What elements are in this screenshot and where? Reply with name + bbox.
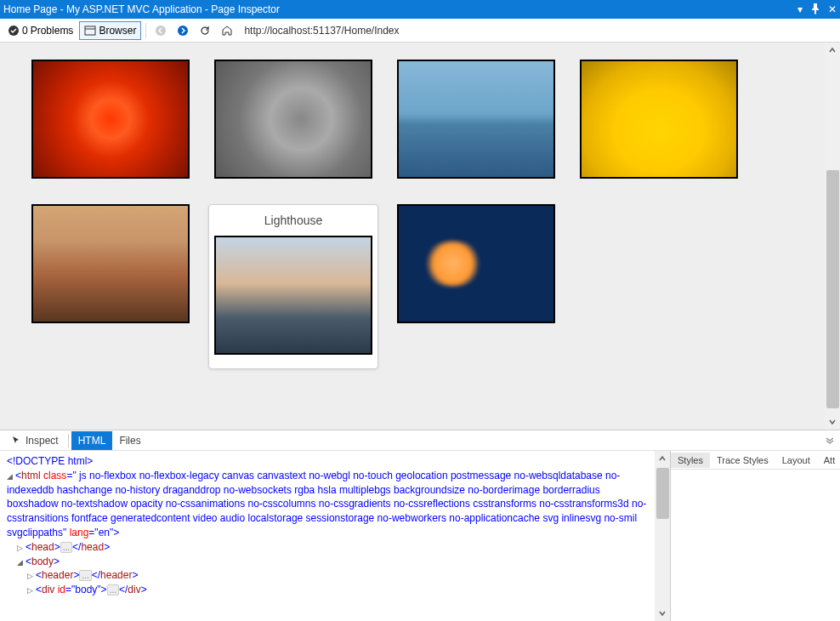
lighthouse-thumb[interactable]: Lighthouse [208,204,378,369]
html-scroll-up-icon[interactable] [655,451,670,466]
tab-styles[interactable]: Styles [671,453,710,468]
pin-icon[interactable] [809,3,821,17]
tab-layout[interactable]: Layout [775,453,817,468]
scroll-down-icon[interactable] [825,414,840,430]
tulips-thumb[interactable]: Tulips [574,60,744,179]
collapse-icon[interactable] [825,436,835,446]
panel-body: <!DOCTYPE html> ◢<html class=" js no-fle… [0,451,840,621]
code-html-tag: ◢<html class=" js no-flexbox no-flexbox-… [7,469,648,540]
browser-icon [84,25,96,37]
inspect-button[interactable]: Inspect [3,431,65,450]
svg-point-3 [156,26,166,36]
panel-tabs: Inspect HTML Files [0,430,840,451]
tab-trace-styles[interactable]: Trace Styles [710,453,775,468]
svg-point-4 [178,26,188,36]
browser-viewport: ChrysanthemumKoalaPenguinsTulipsDesertLi… [0,43,840,430]
close-icon[interactable]: ✕ [828,3,837,15]
thumb-image [31,204,190,323]
problems-count: 0 [22,25,28,37]
toolbar-separator [145,23,146,38]
photo-gallery: ChrysanthemumKoalaPenguinsTulipsDesertLi… [0,43,825,430]
cursor-icon [10,435,22,447]
thumb-image [214,60,372,179]
desert-thumb[interactable]: Desert [26,204,196,369]
title-bar: Home Page - My ASP.NET MVC Application -… [0,0,840,19]
styles-tabs: Styles Trace Styles Layout Att [671,451,840,470]
styles-pane: Styles Trace Styles Layout Att [670,451,840,621]
koala-thumb[interactable]: Koala [208,60,378,179]
svg-rect-1 [85,26,95,35]
html-scrollbar-thumb[interactable] [656,468,669,519]
html-scroll-down-icon[interactable] [655,606,670,621]
inspector-panel: Inspect HTML Files <!DOCTYPE html> ◢<htm… [0,430,840,621]
home-icon [221,25,233,37]
code-head-tag: ▷<head>...</head> [7,540,648,555]
penguins-thumb[interactable]: Penguins [391,60,561,179]
forward-icon [177,25,189,37]
chrysanthemum-thumb[interactable]: Chrysanthemum [26,60,196,179]
tab-separator [68,434,69,447]
styles-body [671,470,840,621]
thumb-image [397,204,555,323]
browser-label: Browser [99,25,136,37]
forward-button[interactable] [173,22,193,39]
browser-button[interactable]: Browser [79,21,141,40]
problems-label: Problems [31,25,74,37]
scroll-up-icon[interactable] [825,43,840,58]
jellyfish-thumb[interactable]: Jellyfish [391,204,561,369]
vertical-scrollbar[interactable] [825,43,840,430]
tab-files[interactable]: Files [112,431,147,450]
tab-html[interactable]: HTML [71,431,113,450]
code-body-tag: ◢<body> [7,555,648,569]
html-source-pane: <!DOCTYPE html> ◢<html class=" js no-fle… [0,451,670,621]
back-button[interactable] [150,22,171,39]
window-title: Home Page - My ASP.NET MVC Application -… [3,3,797,15]
address-bar[interactable] [239,22,837,39]
toolbar: 0 Problems Browser [0,19,840,43]
thumb-image [214,236,372,355]
html-source[interactable]: <!DOCTYPE html> ◢<html class=" js no-fle… [0,451,655,621]
thumb-image [397,60,555,179]
back-icon [155,25,167,37]
code-header-tag: ▷<header>...</header> [7,568,648,583]
html-scrollbar[interactable] [655,451,670,621]
refresh-button[interactable] [195,22,215,39]
scrollbar-thumb[interactable] [826,170,839,408]
problems-button[interactable]: 0 Problems [3,22,77,39]
home-button[interactable] [217,22,237,39]
thumb-caption: Lighthouse [209,205,377,236]
thumb-image [580,60,738,179]
code-doctype: <!DOCTYPE html> [7,455,93,467]
check-circle-icon [8,25,20,37]
thumb-image [31,60,190,179]
refresh-icon [199,25,211,37]
code-div-body: ▷<div id="body">...</div> [7,583,648,597]
tab-attributes[interactable]: Att [817,453,840,468]
window-options-icon[interactable]: ▾ [797,3,803,15]
